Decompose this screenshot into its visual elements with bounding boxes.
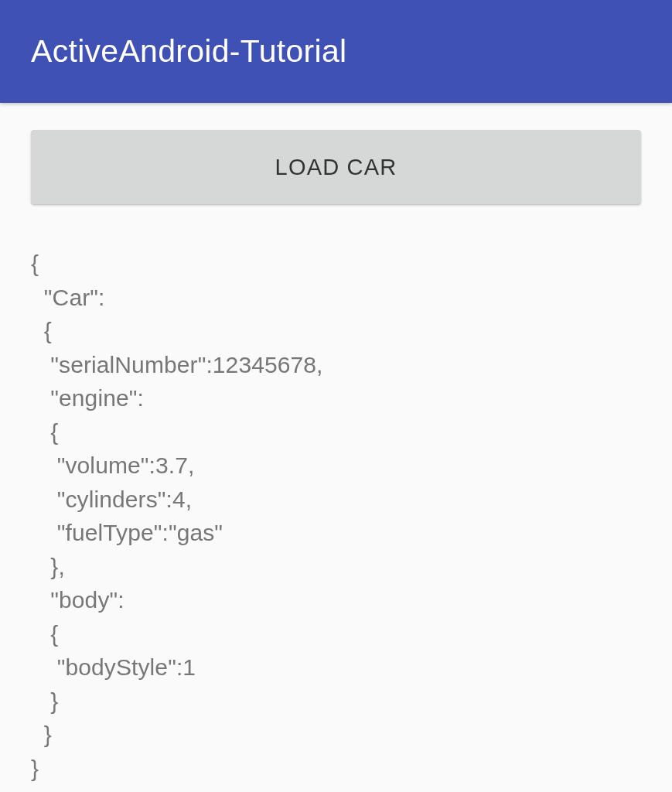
- main-content: LOAD CAR { "Car": { "serialNumber":12345…: [0, 103, 672, 792]
- app-toolbar: ActiveAndroid-Tutorial: [0, 0, 672, 103]
- app-title: ActiveAndroid-Tutorial: [31, 33, 346, 70]
- load-car-button[interactable]: LOAD CAR: [31, 130, 641, 204]
- json-output-text: { "Car": { "serialNumber":12345678, "eng…: [31, 247, 641, 785]
